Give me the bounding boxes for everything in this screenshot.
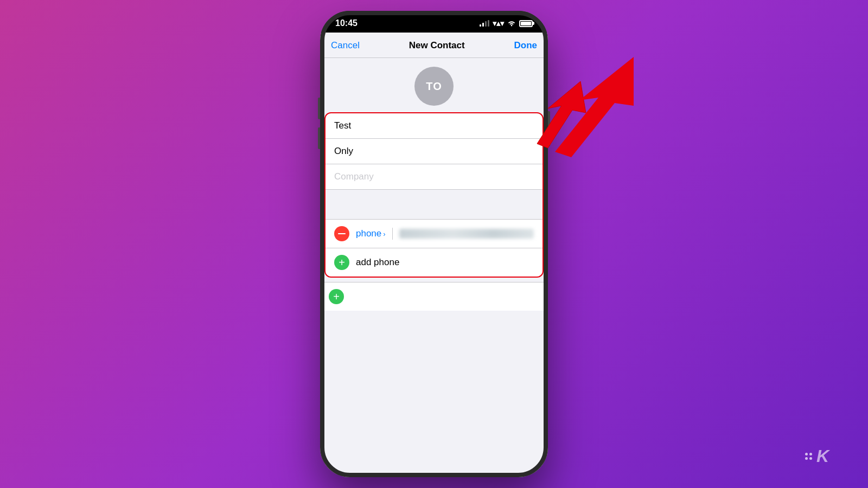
bottom-partial-row: + [320,282,548,311]
nav-bar: Cancel New Contact Done [320,33,548,58]
nav-title: New Contact [409,40,465,51]
phone-number-blurred[interactable] [399,229,534,239]
avatar-section: TO [320,58,548,112]
add-phone-label: add phone [356,257,399,268]
volume-down-button[interactable] [318,127,320,149]
volume-up-button[interactable] [318,98,320,119]
avatar[interactable]: TO [414,67,454,106]
last-name-field[interactable]: Only [326,139,542,164]
power-button[interactable] [548,111,550,146]
done-button[interactable]: Done [514,40,537,51]
notch [396,11,472,27]
add-more-button[interactable]: + [329,289,344,304]
contact-form-section: Test Only Company [324,112,544,278]
last-name-value: Only [334,146,353,156]
wifi-icon: ▾▴▾ [493,19,504,28]
phone-label[interactable]: phone › [356,228,386,239]
company-field[interactable]: Company [326,164,542,190]
phone-label-text: phone [356,228,381,239]
add-phone-button[interactable]: + [334,255,349,270]
battery-icon [519,20,533,27]
photo-area[interactable] [326,190,542,220]
watermark-k: K [816,446,830,466]
wifi-symbol-icon [507,20,516,27]
company-placeholder: Company [334,171,374,182]
phone-frame: 10:45 ▾▴▾ [320,11,548,477]
remove-phone-button[interactable] [334,226,349,241]
phone-row: phone › [326,220,542,248]
cancel-button[interactable]: Cancel [331,40,360,51]
watermark: K [805,446,830,466]
signal-icon [480,20,489,27]
avatar-initials: TO [426,80,442,93]
first-name-value: Test [334,120,351,131]
plus-icon-2: + [333,291,340,302]
svg-point-1 [511,25,512,26]
phone-screen: 10:45 ▾▴▾ [320,11,548,477]
status-time: 10:45 [335,18,358,28]
watermark-dots [805,453,812,460]
form-content: Test Only Company [320,112,548,477]
status-bar: 10:45 ▾▴▾ [320,11,548,33]
svg-marker-2 [555,57,634,157]
plus-icon: + [339,257,345,268]
phone-separator [392,228,393,240]
add-phone-row: + add phone [326,248,542,277]
background: 10:45 ▾▴▾ [0,0,868,488]
status-icons: ▾▴▾ [480,19,533,28]
phone-chevron-icon: › [383,230,385,238]
first-name-field[interactable]: Test [326,113,542,139]
